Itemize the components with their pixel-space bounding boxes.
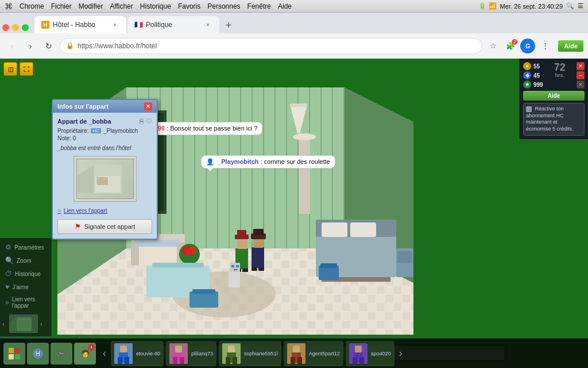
nav-parametres[interactable]: ⚙ Paramètres: [2, 241, 49, 253]
chat1-text: Bonsoir tout se passe bien ici ?: [170, 125, 257, 132]
svg-rect-86: [353, 357, 357, 364]
taskbar-icon-3[interactable]: 🎮: [51, 343, 72, 365]
svg-rect-83: [297, 357, 302, 364]
taskbar-user-1[interactable]: etouvie-80: [111, 341, 164, 366]
window-close[interactable]: [2, 24, 9, 31]
svg-rect-53: [231, 265, 234, 267]
menu-fenetre[interactable]: Fenêtre: [247, 2, 271, 10]
chat2-speaker: _Playmobitch: [218, 158, 259, 165]
taskbar-user-3[interactable]: sophiane5951l: [219, 341, 281, 366]
heart-icon[interactable]: ♡: [146, 117, 152, 125]
aide-button[interactable]: Aide: [558, 40, 583, 52]
note-value: 0: [73, 135, 76, 141]
info-panel-body: Appart de _bobba ⎘ ♡ Propriétaire: HC _P…: [53, 113, 157, 239]
hud-close-btn[interactable]: ✕: [577, 62, 585, 70]
svg-rect-38: [320, 263, 337, 268]
svg-rect-65: [15, 354, 20, 359]
hud-coins: ● 55: [523, 62, 543, 70]
menu-fichier[interactable]: Fichier: [51, 2, 72, 10]
game-controls: ◫ ⛶: [3, 62, 33, 76]
nav-zoom[interactable]: 🔍 Zoom: [2, 255, 49, 266]
nav-jaime[interactable]: ♥ J'aime: [2, 281, 49, 293]
aide-hud-button[interactable]: Aide: [523, 91, 585, 101]
taskbar-next[interactable]: ›: [397, 347, 405, 359]
taskbar-icon-4[interactable]: 🧑 4: [74, 343, 96, 365]
svg-rect-70: [118, 357, 122, 364]
taskbar-user-5[interactable]: apo4020: [346, 341, 394, 366]
menu-aide[interactable]: Aide: [278, 2, 292, 10]
panel-icons: ⎘ ♡: [140, 117, 152, 125]
menu-modifier[interactable]: Modifier: [79, 2, 103, 10]
hud-red-btn[interactable]: –: [577, 71, 585, 79]
address-field[interactable]: 🔒 https://www.habbo.fr/hotel: [60, 38, 482, 54]
svg-rect-40: [237, 239, 247, 249]
svg-marker-57: [77, 165, 94, 193]
svg-text:H: H: [36, 351, 40, 357]
room-name: Appart de _bobba: [57, 118, 111, 125]
new-tab-button[interactable]: +: [220, 17, 237, 33]
svg-rect-29: [290, 103, 307, 107]
chrome-profile[interactable]: G: [520, 39, 535, 53]
chat2-text: comme sur des roulette: [264, 158, 330, 165]
taskbar-user-4[interactable]: Agent5part12: [284, 341, 343, 366]
taskbar-icon-1[interactable]: [3, 343, 25, 365]
nav-collapse-btn[interactable]: ‹: [2, 321, 7, 327]
nav-expand-btn[interactable]: ›: [40, 321, 45, 327]
menu-personnes[interactable]: Personnes: [207, 2, 240, 10]
tab-politique-close[interactable]: ×: [203, 20, 212, 29]
game-left-nav: ⚙ Paramètres 🔍 Zoom ⏱ Historique ♥ J'aim…: [0, 238, 52, 336]
apple-menu[interactable]: ⌘: [5, 2, 13, 11]
svg-point-21: [186, 249, 193, 256]
taskbar-user-2[interactable]: plilianq73: [166, 341, 216, 366]
nav-lien[interactable]: » Lien vers l'appar: [2, 294, 49, 310]
extensions-button[interactable]: 🧩 2: [503, 39, 518, 53]
hud-notification[interactable]: Réactive ton abonnement HC maintenant et…: [523, 103, 585, 136]
forward-button[interactable]: ›: [23, 39, 38, 53]
room-link[interactable]: » Lien vers l'appart: [57, 206, 152, 214]
owner-row: Propriétaire: HC _Playmobitch: [57, 128, 152, 134]
ctrl-btn-2[interactable]: ⛶: [20, 62, 33, 76]
svg-rect-27: [293, 133, 316, 140]
bookmark-button[interactable]: ☆: [486, 39, 501, 53]
hud-left-stats: ● 55 ◆ 45 ★ 999: [523, 62, 543, 89]
menu-historique[interactable]: Historique: [140, 2, 171, 10]
svg-rect-33: [350, 223, 376, 237]
menu-favoris[interactable]: Favoris: [178, 2, 200, 10]
svg-rect-24: [189, 292, 218, 308]
taskbar-name-3: sophiane5951l: [244, 351, 278, 356]
profile-icon[interactable]: G: [520, 39, 535, 53]
settings-button[interactable]: ⋮: [537, 39, 552, 53]
svg-rect-25: [192, 289, 215, 294]
menu-bar-search[interactable]: 🔍: [566, 2, 574, 10]
history-icon: ⏱: [5, 270, 12, 278]
svg-rect-32: [322, 223, 347, 237]
room-minimap[interactable]: [9, 315, 38, 333]
svg-rect-49: [252, 267, 257, 271]
menu-bar-control[interactable]: ☰: [578, 2, 583, 10]
menu-chrome[interactable]: Chrome: [20, 2, 44, 10]
lock-icon: 🔒: [66, 42, 74, 49]
nav-jaime-label: J'aime: [12, 284, 29, 290]
tab-politique[interactable]: 🇫🇷 Politique ×: [127, 16, 219, 33]
notification-text: Réactive ton abonnement HC maintenant et…: [526, 106, 574, 132]
back-button[interactable]: ‹: [5, 39, 20, 53]
hud-dark-btn[interactable]: ✕: [577, 80, 585, 89]
tab-habbo[interactable]: H Hôtel - Habbo ×: [34, 16, 126, 33]
copy-icon[interactable]: ⎘: [140, 117, 144, 125]
nav-historique[interactable]: ⏱ Historique: [2, 268, 49, 279]
taskbar-icon-2[interactable]: H: [27, 343, 49, 365]
reload-button[interactable]: ↻: [41, 39, 56, 53]
svg-rect-36: [397, 251, 412, 263]
ctrl-btn-1[interactable]: ◫: [3, 62, 17, 76]
report-label: Signale cet appart: [84, 223, 136, 230]
window-minimize[interactable]: [12, 24, 19, 31]
report-button[interactable]: ⚑ Signale cet appart: [57, 219, 152, 234]
window-maximize[interactable]: [22, 24, 29, 31]
taskbar-avatar-1: [114, 343, 133, 364]
tab-habbo-close[interactable]: ×: [110, 20, 119, 29]
menu-afficher[interactable]: Afficher: [110, 2, 133, 10]
taskbar-avatar-2: [169, 343, 188, 364]
taskbar-prev[interactable]: ‹: [100, 347, 109, 359]
panel-close-button[interactable]: ✕: [144, 102, 152, 110]
svg-rect-84: [355, 346, 362, 352]
